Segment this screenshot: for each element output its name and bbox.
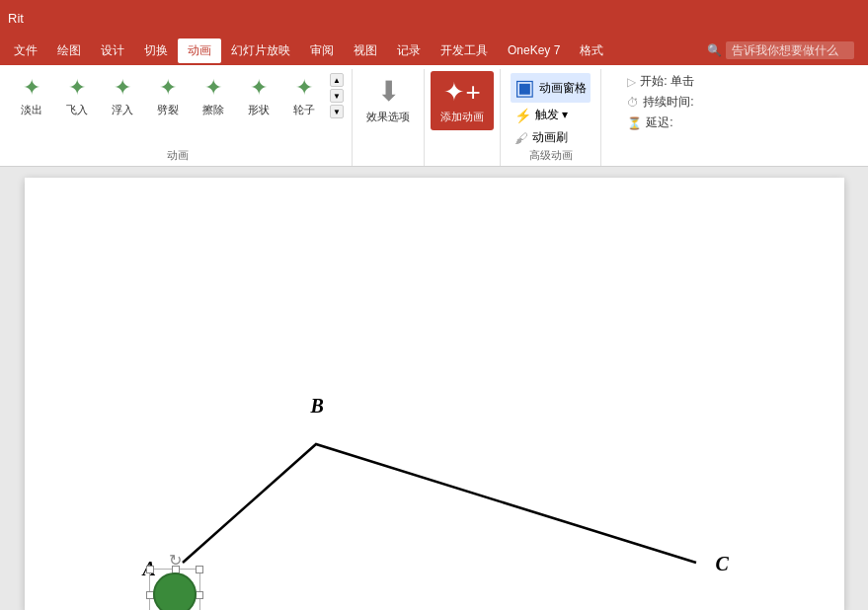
anim-flyin[interactable]: ✦ 飞入: [55, 71, 99, 121]
ribbon-advanced-group: ▣ 动画窗格 ⚡ 触发 ▾ 🖌 动画刷 高级动画: [501, 69, 601, 166]
title-bar: Rit: [0, 0, 868, 36]
ribbon-effect-group: ⬇ 效果选项: [353, 69, 425, 166]
timing-start: ▷ 开始: 单击: [627, 73, 694, 90]
trigger-label: 触发 ▾: [535, 107, 568, 123]
menu-slideshow[interactable]: 幻灯片放映: [221, 38, 300, 63]
pane-icon: ▣: [514, 75, 535, 101]
search-input[interactable]: [726, 41, 854, 59]
fadeout-label: 淡出: [21, 103, 42, 117]
adv-trigger-btn[interactable]: ⚡ 触发 ▾: [511, 105, 591, 125]
handle-tl[interactable]: [146, 566, 154, 573]
advanced-group-label: 高级动画: [501, 148, 600, 163]
addanim-items: ✦+ 添加动画: [431, 71, 494, 166]
menu-design[interactable]: 设计: [91, 38, 134, 63]
ribbon: ✦ 淡出 ✦ 飞入 ✦ 浮入 ✦ 劈裂 ✦ 擦除 ✦ 形状: [0, 65, 868, 167]
delay-label: 延迟:: [646, 114, 672, 131]
add-anim-label: 添加动画: [440, 110, 484, 124]
menu-bar: 文件 绘图 设计 切换 动画 幻灯片放映 审阅 视图 记录 开发工具 OneKe…: [0, 36, 868, 65]
label-b: B: [311, 395, 324, 418]
adv-brush-btn[interactable]: 🖌 动画刷: [511, 127, 591, 148]
wipe-icon: ✦: [204, 75, 222, 101]
menu-onekey[interactable]: OneKey 7: [498, 39, 570, 61]
menu-draw[interactable]: 绘图: [47, 38, 91, 63]
duration-icon: ⏱: [627, 96, 639, 110]
floatin-label: 浮入: [112, 103, 133, 117]
label-c: C: [716, 553, 729, 575]
handle-mr[interactable]: [196, 591, 203, 599]
trigger-icon: ⚡: [514, 108, 531, 123]
timing-items: ▷ 开始: 单击 ⏱ 持续时间: ⏳ 延迟:: [621, 71, 700, 149]
shape-icon: ✦: [250, 75, 268, 101]
menu-animation[interactable]: 动画: [178, 38, 221, 63]
slide-content: A B C ↻: [25, 178, 844, 610]
slide-area: A B C ↻: [0, 167, 868, 610]
menu-developer[interactable]: 开发工具: [431, 38, 498, 63]
menu-transition[interactable]: 切换: [134, 38, 178, 63]
anim-wheel[interactable]: ✦ 轮子: [282, 71, 326, 121]
wipe-label: 擦除: [202, 103, 224, 117]
wheel-icon: ✦: [295, 75, 313, 101]
start-icon: ▷: [627, 75, 636, 89]
anim-fadeout[interactable]: ✦ 淡出: [10, 71, 53, 121]
ribbon-animation-group: ✦ 淡出 ✦ 飞入 ✦ 浮入 ✦ 劈裂 ✦ 擦除 ✦ 形状: [4, 69, 353, 166]
scroll-up[interactable]: ▲: [330, 73, 344, 87]
effect-options-icon: ⬇: [377, 75, 400, 108]
anim-wipe[interactable]: ✦ 擦除: [192, 71, 235, 121]
menu-review[interactable]: 审阅: [300, 38, 344, 63]
pane-label: 动画窗格: [539, 80, 587, 97]
floatin-icon: ✦: [114, 75, 131, 101]
shape-label: 形状: [248, 103, 270, 117]
anim-split[interactable]: ✦ 劈裂: [146, 71, 190, 121]
anim-floatin[interactable]: ✦ 浮入: [101, 71, 144, 121]
animation-items: ✦ 淡出 ✦ 飞入 ✦ 浮入 ✦ 劈裂 ✦ 擦除 ✦ 形状: [10, 71, 326, 139]
scroll-down[interactable]: ▼: [330, 89, 344, 103]
menu-view[interactable]: 视图: [344, 38, 387, 63]
wheel-label: 轮子: [293, 103, 315, 117]
effect-options-label: 效果选项: [366, 110, 410, 124]
flyin-label: 飞入: [66, 103, 88, 117]
slide-canvas[interactable]: A B C ↻: [25, 178, 844, 610]
scroll-expand[interactable]: ▼: [330, 105, 344, 118]
ribbon-addanim-group: ✦+ 添加动画: [425, 69, 501, 166]
brush-icon: 🖌: [514, 130, 528, 146]
timing-duration: ⏱ 持续时间:: [627, 94, 694, 111]
flyin-icon: ✦: [68, 75, 86, 101]
handle-tr[interactable]: [196, 566, 203, 573]
menu-file[interactable]: 文件: [4, 38, 47, 63]
brush-label: 动画刷: [532, 129, 568, 146]
animation-group-label: 动画: [4, 148, 352, 163]
green-circle[interactable]: [153, 572, 197, 610]
add-anim-icon: ✦+: [443, 77, 480, 108]
split-icon: ✦: [159, 75, 177, 101]
fadeout-icon: ✦: [23, 75, 40, 101]
effect-items: ⬇ 效果选项: [358, 71, 418, 166]
slide-svg: [25, 178, 844, 610]
add-animation-btn[interactable]: ✦+ 添加动画: [431, 71, 494, 130]
animation-scroll: ▲ ▼ ▼: [328, 71, 346, 120]
adv-pane-btn[interactable]: ▣ 动画窗格: [511, 73, 591, 103]
delay-icon: ⏳: [627, 116, 642, 130]
menu-record[interactable]: 记录: [387, 38, 431, 63]
duration-label: 持续时间:: [643, 94, 693, 111]
anim-shape[interactable]: ✦ 形状: [237, 71, 280, 121]
ribbon-timing-group: ▷ 开始: 单击 ⏱ 持续时间: ⏳ 延迟:: [601, 69, 720, 166]
effect-options-btn[interactable]: ⬇ 效果选项: [358, 71, 418, 128]
start-label: 开始: 单击: [640, 73, 694, 90]
menu-search[interactable]: 🔍: [697, 38, 864, 63]
split-label: 劈裂: [157, 103, 179, 117]
title-text: Rit: [8, 11, 860, 26]
timing-delay: ⏳ 延迟:: [627, 114, 694, 131]
menu-format[interactable]: 格式: [570, 38, 613, 63]
